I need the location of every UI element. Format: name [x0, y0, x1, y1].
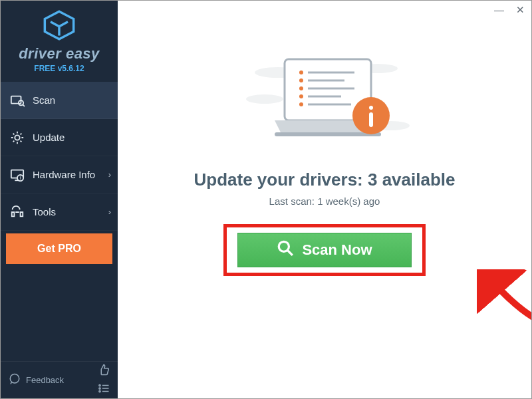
tools-icon [10, 205, 25, 219]
sidebar-item-label: Scan [33, 94, 55, 106]
app-window: — ✕ driver easy FREE v5.6.12 Scan [0, 0, 532, 399]
svg-point-17 [246, 94, 283, 104]
sidebar-nav: Scan Update i Hardware Info › Tools [1, 82, 118, 264]
scan-highlight-box: Scan Now [223, 224, 426, 276]
svg-point-23 [299, 86, 303, 90]
chat-icon [9, 373, 21, 387]
feedback-button[interactable]: Feedback [9, 373, 64, 387]
svg-rect-34 [369, 112, 373, 127]
gear-icon [10, 130, 25, 145]
sidebar-item-scan[interactable]: Scan [1, 82, 118, 119]
magnifier-icon [277, 239, 294, 261]
chevron-right-icon: › [108, 207, 111, 217]
scan-now-label: Scan Now [302, 241, 372, 259]
feedback-label: Feedback [26, 375, 64, 385]
sidebar-spacer [1, 264, 118, 361]
thumbs-up-icon[interactable] [98, 364, 110, 378]
svg-point-9 [99, 384, 100, 386]
svg-point-21 [299, 70, 303, 74]
sidebar-item-update[interactable]: Update [1, 119, 118, 156]
logo-icon [42, 9, 76, 44]
main-content: Update your drivers: 3 available Last sc… [118, 1, 531, 398]
laptop-illustration [238, 53, 411, 155]
svg-point-11 [99, 390, 100, 392]
get-pro-button[interactable]: Get PRO [6, 233, 112, 264]
chevron-right-icon: › [108, 170, 111, 180]
svg-point-3 [15, 135, 19, 140]
svg-rect-0 [11, 96, 21, 103]
svg-point-25 [299, 102, 303, 106]
get-pro-label: Get PRO [37, 243, 81, 255]
svg-point-22 [299, 78, 303, 82]
sidebar-item-label: Tools [33, 206, 56, 217]
sidebar-mini-icons [98, 364, 110, 397]
scan-now-button[interactable]: Scan Now [237, 233, 412, 267]
sidebar-bottom: Feedback [1, 361, 118, 398]
svg-point-35 [279, 241, 289, 251]
svg-line-36 [288, 250, 293, 255]
monitor-info-icon: i [10, 168, 25, 182]
svg-point-10 [99, 387, 100, 388]
svg-rect-33 [369, 106, 373, 110]
brand-block: driver easy FREE v5.6.12 [1, 1, 118, 82]
list-icon[interactable] [98, 382, 110, 397]
sidebar: driver easy FREE v5.6.12 Scan Update i [1, 1, 118, 398]
scan-icon [10, 93, 25, 108]
svg-point-24 [299, 94, 303, 98]
brand-version: FREE v5.6.12 [34, 64, 84, 73]
last-scan-text: Last scan: 1 week(s) ago [269, 196, 380, 207]
sidebar-item-hardware[interactable]: i Hardware Info › [1, 156, 118, 194]
sidebar-item-tools[interactable]: Tools › [1, 194, 118, 231]
svg-line-2 [23, 104, 25, 106]
sidebar-item-label: Hardware Info [33, 169, 95, 180]
annotation-arrow-icon [477, 269, 532, 329]
headline: Update your drivers: 3 available [194, 170, 455, 190]
brand-name: driver easy [19, 45, 100, 63]
sidebar-item-label: Update [33, 132, 65, 143]
